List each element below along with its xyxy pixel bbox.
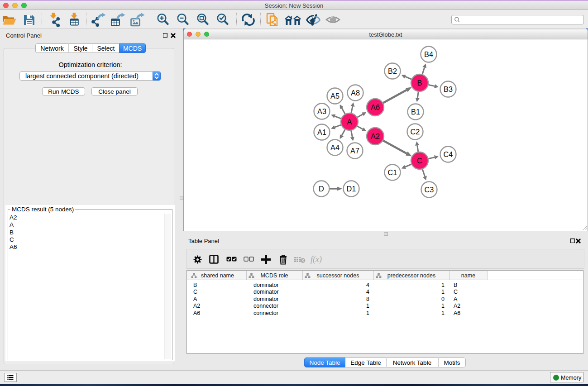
svg-text:A2: A2 xyxy=(371,132,380,140)
svg-text:A4: A4 xyxy=(330,143,339,152)
svg-text:B1: B1 xyxy=(411,108,420,116)
svg-text:D1: D1 xyxy=(347,185,356,193)
svg-text:C: C xyxy=(417,157,422,165)
svg-text:A7: A7 xyxy=(350,147,359,155)
svg-text:B3: B3 xyxy=(444,85,453,93)
svg-text:A3: A3 xyxy=(317,107,326,115)
svg-text:A5: A5 xyxy=(330,92,339,100)
svg-text:A6: A6 xyxy=(371,103,380,111)
svg-text:B4: B4 xyxy=(424,50,433,58)
svg-text:A: A xyxy=(347,118,352,126)
svg-text:C4: C4 xyxy=(444,150,453,158)
svg-text:C1: C1 xyxy=(388,168,397,176)
svg-text:C3: C3 xyxy=(425,186,434,194)
svg-text:C2: C2 xyxy=(411,128,420,136)
svg-text:A8: A8 xyxy=(351,89,360,97)
svg-text:D: D xyxy=(319,185,324,193)
svg-text:A1: A1 xyxy=(317,128,326,136)
svg-text:B: B xyxy=(417,79,422,87)
svg-text:B2: B2 xyxy=(388,67,397,75)
